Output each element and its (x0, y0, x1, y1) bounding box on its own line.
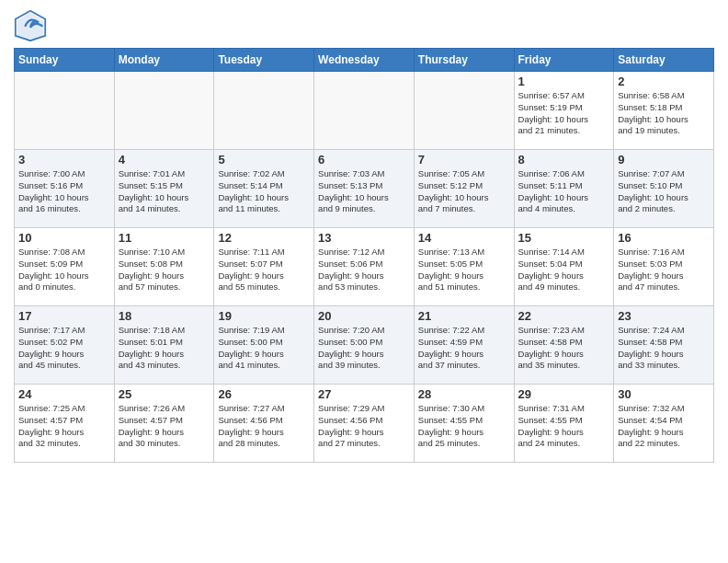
day-number: 10 (18, 231, 110, 245)
calendar-cell: 17Sunrise: 7:17 AM Sunset: 5:02 PM Dayli… (15, 306, 115, 385)
day-number: 9 (618, 153, 710, 167)
calendar-cell: 2Sunrise: 6:58 AM Sunset: 5:18 PM Daylig… (614, 72, 714, 150)
calendar-cell: 1Sunrise: 6:57 AM Sunset: 5:19 PM Daylig… (514, 72, 614, 150)
day-number: 24 (18, 387, 110, 401)
page: SundayMondayTuesdayWednesdayThursdayFrid… (0, 0, 728, 472)
header (14, 9, 714, 42)
day-number: 26 (218, 387, 310, 401)
day-number: 28 (418, 387, 510, 401)
day-number: 14 (418, 231, 510, 245)
day-info: Sunrise: 7:32 AM Sunset: 4:54 PM Dayligh… (618, 403, 710, 450)
calendar-cell (214, 72, 314, 150)
calendar-cell: 27Sunrise: 7:29 AM Sunset: 4:56 PM Dayli… (314, 385, 415, 463)
day-info: Sunrise: 7:24 AM Sunset: 4:58 PM Dayligh… (618, 325, 710, 372)
logo-icon (14, 9, 47, 42)
day-info: Sunrise: 7:12 AM Sunset: 5:06 PM Dayligh… (318, 247, 410, 293)
day-info: Sunrise: 7:14 AM Sunset: 5:04 PM Dayligh… (518, 247, 610, 293)
calendar-day-header: Wednesday (314, 49, 415, 72)
calendar-cell: 22Sunrise: 7:23 AM Sunset: 4:58 PM Dayli… (514, 306, 614, 385)
day-info: Sunrise: 7:13 AM Sunset: 5:05 PM Dayligh… (418, 247, 510, 293)
calendar-cell: 16Sunrise: 7:16 AM Sunset: 5:03 PM Dayli… (614, 228, 714, 306)
calendar-cell (314, 72, 415, 150)
day-info: Sunrise: 7:31 AM Sunset: 4:55 PM Dayligh… (518, 403, 610, 450)
calendar-cell: 7Sunrise: 7:05 AM Sunset: 5:12 PM Daylig… (414, 150, 514, 228)
day-info: Sunrise: 7:19 AM Sunset: 5:00 PM Dayligh… (218, 325, 310, 372)
calendar-day-header: Thursday (414, 49, 514, 72)
day-number: 15 (518, 231, 610, 245)
day-info: Sunrise: 7:07 AM Sunset: 5:10 PM Dayligh… (618, 168, 710, 215)
calendar-cell: 12Sunrise: 7:11 AM Sunset: 5:07 PM Dayli… (214, 228, 314, 306)
day-info: Sunrise: 7:30 AM Sunset: 4:55 PM Dayligh… (418, 403, 510, 450)
calendar-cell: 25Sunrise: 7:26 AM Sunset: 4:57 PM Dayli… (114, 385, 214, 463)
day-info: Sunrise: 7:25 AM Sunset: 4:57 PM Dayligh… (18, 403, 110, 450)
day-number: 3 (18, 153, 110, 167)
day-number: 6 (318, 153, 410, 167)
calendar-cell: 13Sunrise: 7:12 AM Sunset: 5:06 PM Dayli… (314, 228, 415, 306)
calendar-week-row: 1Sunrise: 6:57 AM Sunset: 5:19 PM Daylig… (15, 72, 714, 150)
calendar-day-header: Tuesday (214, 49, 314, 72)
calendar-cell: 29Sunrise: 7:31 AM Sunset: 4:55 PM Dayli… (514, 385, 614, 463)
calendar-cell (114, 72, 214, 150)
day-number: 29 (518, 387, 610, 401)
day-number: 30 (618, 387, 710, 401)
calendar-day-header: Saturday (614, 49, 714, 72)
calendar-cell: 9Sunrise: 7:07 AM Sunset: 5:10 PM Daylig… (614, 150, 714, 228)
calendar-cell: 3Sunrise: 7:00 AM Sunset: 5:16 PM Daylig… (15, 150, 115, 228)
calendar-cell: 18Sunrise: 7:18 AM Sunset: 5:01 PM Dayli… (114, 306, 214, 385)
day-number: 7 (418, 153, 510, 167)
logo (14, 9, 51, 42)
day-info: Sunrise: 7:08 AM Sunset: 5:09 PM Dayligh… (18, 247, 110, 293)
day-info: Sunrise: 7:10 AM Sunset: 5:08 PM Dayligh… (119, 247, 210, 293)
day-number: 16 (618, 231, 710, 245)
day-number: 18 (119, 309, 210, 323)
calendar-cell: 14Sunrise: 7:13 AM Sunset: 5:05 PM Dayli… (414, 228, 514, 306)
calendar-cell: 19Sunrise: 7:19 AM Sunset: 5:00 PM Dayli… (214, 306, 314, 385)
day-number: 23 (618, 309, 710, 323)
calendar-day-header: Friday (514, 49, 614, 72)
day-info: Sunrise: 7:05 AM Sunset: 5:12 PM Dayligh… (418, 168, 510, 215)
day-number: 17 (18, 309, 110, 323)
calendar-cell (15, 72, 115, 150)
calendar-week-row: 24Sunrise: 7:25 AM Sunset: 4:57 PM Dayli… (15, 385, 714, 463)
calendar-cell: 15Sunrise: 7:14 AM Sunset: 5:04 PM Dayli… (514, 228, 614, 306)
day-info: Sunrise: 6:57 AM Sunset: 5:19 PM Dayligh… (518, 90, 610, 137)
day-info: Sunrise: 7:29 AM Sunset: 4:56 PM Dayligh… (318, 403, 410, 450)
calendar-cell: 5Sunrise: 7:02 AM Sunset: 5:14 PM Daylig… (214, 150, 314, 228)
day-number: 2 (618, 75, 710, 88)
day-info: Sunrise: 7:22 AM Sunset: 4:59 PM Dayligh… (418, 325, 510, 372)
calendar-week-row: 17Sunrise: 7:17 AM Sunset: 5:02 PM Dayli… (15, 306, 714, 385)
calendar-day-header: Monday (114, 49, 214, 72)
day-info: Sunrise: 7:11 AM Sunset: 5:07 PM Dayligh… (218, 247, 310, 293)
calendar-cell: 20Sunrise: 7:20 AM Sunset: 5:00 PM Dayli… (314, 306, 415, 385)
day-info: Sunrise: 7:26 AM Sunset: 4:57 PM Dayligh… (119, 403, 210, 450)
day-info: Sunrise: 6:58 AM Sunset: 5:18 PM Dayligh… (618, 90, 710, 137)
calendar-cell: 23Sunrise: 7:24 AM Sunset: 4:58 PM Dayli… (614, 306, 714, 385)
day-number: 12 (218, 231, 310, 245)
day-info: Sunrise: 7:02 AM Sunset: 5:14 PM Dayligh… (218, 168, 310, 215)
day-number: 5 (218, 153, 310, 167)
day-number: 27 (318, 387, 410, 401)
day-number: 1 (518, 75, 610, 88)
day-info: Sunrise: 7:23 AM Sunset: 4:58 PM Dayligh… (518, 325, 610, 372)
day-info: Sunrise: 7:27 AM Sunset: 4:56 PM Dayligh… (218, 403, 310, 450)
calendar-cell: 21Sunrise: 7:22 AM Sunset: 4:59 PM Dayli… (414, 306, 514, 385)
calendar-header-row: SundayMondayTuesdayWednesdayThursdayFrid… (15, 49, 714, 72)
calendar-day-header: Sunday (15, 49, 115, 72)
calendar-cell: 6Sunrise: 7:03 AM Sunset: 5:13 PM Daylig… (314, 150, 415, 228)
calendar-cell: 11Sunrise: 7:10 AM Sunset: 5:08 PM Dayli… (114, 228, 214, 306)
day-number: 21 (418, 309, 510, 323)
day-number: 19 (218, 309, 310, 323)
day-number: 4 (119, 153, 210, 167)
day-info: Sunrise: 7:17 AM Sunset: 5:02 PM Dayligh… (18, 325, 110, 372)
day-info: Sunrise: 7:06 AM Sunset: 5:11 PM Dayligh… (518, 168, 610, 215)
calendar-cell: 26Sunrise: 7:27 AM Sunset: 4:56 PM Dayli… (214, 385, 314, 463)
day-number: 8 (518, 153, 610, 167)
calendar-week-row: 10Sunrise: 7:08 AM Sunset: 5:09 PM Dayli… (15, 228, 714, 306)
day-number: 11 (119, 231, 210, 245)
calendar-cell: 10Sunrise: 7:08 AM Sunset: 5:09 PM Dayli… (15, 228, 115, 306)
day-info: Sunrise: 7:16 AM Sunset: 5:03 PM Dayligh… (618, 247, 710, 293)
day-number: 20 (318, 309, 410, 323)
calendar: SundayMondayTuesdayWednesdayThursdayFrid… (14, 48, 714, 463)
calendar-cell: 8Sunrise: 7:06 AM Sunset: 5:11 PM Daylig… (514, 150, 614, 228)
day-info: Sunrise: 7:20 AM Sunset: 5:00 PM Dayligh… (318, 325, 410, 372)
